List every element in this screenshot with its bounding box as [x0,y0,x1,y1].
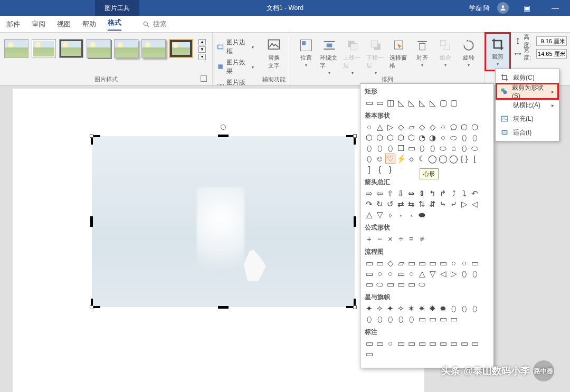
shape-item[interactable]: ⬯ [417,144,426,152]
shape-item[interactable]: ◁ [470,199,479,208]
shape-item[interactable]: ▭ [375,259,384,267]
shape-item[interactable]: ⬭ [449,133,458,142]
shape-item[interactable]: ⇦ [375,189,384,198]
shape-item[interactable]: ◫ [386,98,395,107]
crop-handle-b[interactable] [218,306,229,309]
sel-handle-bl[interactable] [90,305,93,309]
wrap-text-button[interactable]: 环绕文字▾ [318,35,341,75]
shape-item[interactable]: ↰ [428,189,437,198]
bring-forward-button[interactable]: 上移一层▾ [341,35,364,75]
shape-item[interactable]: ◯ [439,154,448,163]
shape-item[interactable]: ▭ [396,280,405,289]
tab-view[interactable]: 视图 [57,20,71,29]
shape-item[interactable]: ⌂ [449,144,458,152]
shape-item[interactable]: } [386,165,395,174]
shape-item[interactable]: ↺ [386,199,395,208]
style-thumb-7[interactable] [169,39,193,58]
shape-item[interactable]: △ [417,269,426,278]
shape-item[interactable]: ◺ [417,98,426,107]
shape-item[interactable]: ☾ [417,154,426,163]
shape-item[interactable]: ✦ [386,304,395,313]
shape-item[interactable]: ▭ [407,280,416,289]
shape-item[interactable]: ☐ [396,144,405,152]
shape-item[interactable]: ✶ [407,304,416,313]
shape-item[interactable]: ⬯ [365,154,374,163]
shape-item[interactable]: ⬬ [417,210,426,219]
style-thumb-6[interactable] [141,39,166,58]
position-button[interactable]: 位置▾ [294,35,318,75]
shape-item[interactable]: ⇵ [428,199,437,208]
shape-item[interactable]: ⬡ [375,133,384,142]
shape-item[interactable]: ◁ [439,269,448,278]
search-box[interactable]: 搜索 [142,20,167,29]
shape-item[interactable]: ⬡ [396,133,405,142]
shape-item[interactable]: ⬡ [407,133,416,142]
shape-item[interactable]: ⬯ [460,269,469,278]
shape-item[interactable]: ✸ [428,304,437,313]
shape-item[interactable]: ⬪ [396,210,405,219]
picture-border-button[interactable]: 图片边框▾ [217,38,254,56]
picture-tools-tab[interactable]: 图片工具 [95,0,139,16]
shape-item[interactable]: ⬫ [407,210,416,219]
crop-handle-r[interactable] [354,216,356,227]
shape-item[interactable]: ✹ [439,304,448,313]
shape-item[interactable]: × [386,234,395,243]
shape-item[interactable]: ⇩ [396,189,405,198]
shape-item[interactable]: ⬯ [460,144,469,152]
shape-item[interactable]: ▭ [407,144,416,152]
shape-item[interactable]: ⇔ [407,189,416,198]
tab-format[interactable]: 格式 [108,18,121,31]
shape-item[interactable]: ◇ [396,122,405,131]
sel-handle-tr[interactable] [353,134,357,138]
shape-item[interactable]: ⬯ [470,133,479,142]
shape-item[interactable]: ⤴ [449,189,458,198]
crop-button[interactable]: 裁剪▾ [486,34,509,70]
shape-item[interactable]: ✷ [417,304,426,313]
shape-item[interactable]: { [375,165,384,174]
shape-item[interactable]: ◑ [428,133,437,142]
shape-item[interactable]: ▭ [396,339,405,348]
shape-item[interactable]: ▭ [417,259,426,267]
rotate-handle[interactable] [221,125,226,130]
shape-item[interactable]: ▭ [386,280,395,289]
shape-item[interactable]: △ [365,210,374,219]
shape-item[interactable]: ⇆ [407,199,416,208]
style-thumb-2[interactable] [32,39,56,58]
shape-item[interactable]: ▭ [407,259,416,267]
shape-item[interactable]: ÷ [396,234,405,243]
shape-item[interactable]: ⬯ [407,314,416,323]
shape-item[interactable]: ⬭ [470,144,479,152]
menu-fit[interactable]: 适合(I) [497,126,557,139]
shape-item[interactable]: ⬯ [396,314,405,323]
shape-item[interactable]: ↱ [439,189,448,198]
tab-review[interactable]: 审阅 [32,20,45,29]
shape-item[interactable]: ⬭ [439,144,448,152]
shape-item[interactable]: ○ [449,259,458,267]
shape-item[interactable]: ⬯ [460,304,469,313]
shape-item[interactable]: ⚡ [396,154,405,163]
shape-item[interactable]: ⬯ [460,133,469,142]
styles-more-button[interactable]: ▲▼▾ [198,39,208,60]
shape-item[interactable]: ⬯ [470,269,479,278]
shape-item[interactable]: ▭ [365,259,374,267]
shape-item[interactable]: ⬯ [449,304,458,313]
shape-item[interactable]: ☺ [375,154,384,163]
shape-item[interactable]: ✧ [375,304,384,313]
shape-item[interactable]: ⬯ [386,314,395,323]
shape-item[interactable]: ⬭ [417,280,426,289]
style-thumb-3[interactable] [59,39,83,58]
shape-item[interactable]: ⬯ [365,144,374,152]
tab-help[interactable]: 帮助 [82,20,96,29]
shape-item[interactable]: ▢ [439,98,448,107]
shape-item[interactable]: ◺ [396,98,405,107]
sel-handle-br[interactable] [353,305,357,309]
shape-item[interactable]: ✧ [396,304,405,313]
minimize-button[interactable]: — [545,4,566,12]
shape-item[interactable]: ○ [460,259,469,267]
alt-text-button[interactable]: 替换 文字 [262,35,286,70]
shape-item[interactable]: ○ [439,133,448,142]
shape-item[interactable]: ⬨ [386,210,395,219]
shape-item[interactable]: ▭ [439,339,448,348]
shape-item[interactable]: ▭ [365,98,374,107]
shape-item[interactable]: ⤶ [449,199,458,208]
